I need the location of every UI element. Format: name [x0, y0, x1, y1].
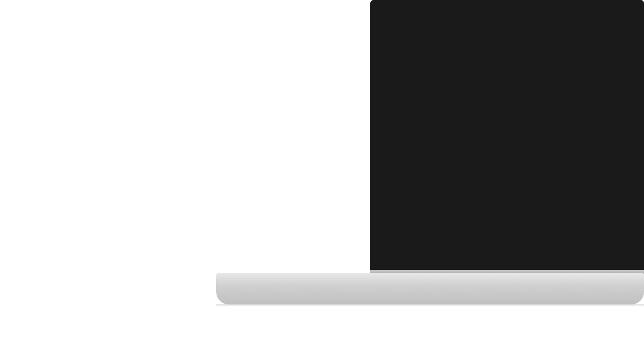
laptop-base — [216, 273, 644, 304]
laptop-shadow — [216, 304, 644, 307]
laptop-bezel: Tasks ✓ Feel blue ✓ Feel red Feel yellow — [370, 0, 644, 273]
